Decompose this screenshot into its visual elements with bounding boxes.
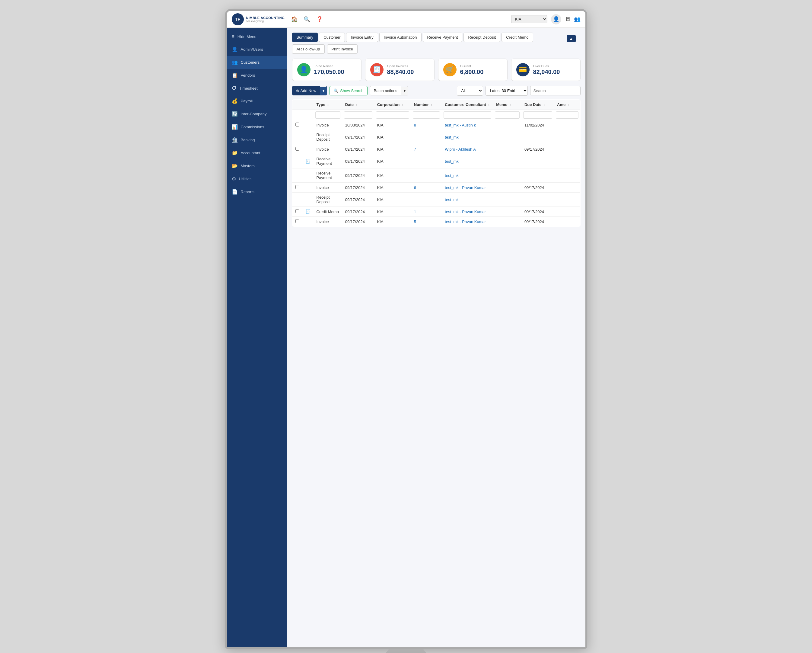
avatar[interactable]: 👤: [551, 14, 561, 24]
logo-text: NIMBLE ACCOUNTING see everything: [246, 16, 285, 23]
show-search-button[interactable]: 🔍 Show Search: [330, 86, 367, 95]
cell-number[interactable]: 6: [411, 183, 442, 193]
table-row[interactable]: Receipt Deposit09/17/2024KIAtest_mk: [292, 193, 580, 207]
col-due-date[interactable]: Due Date ↕: [521, 99, 554, 110]
home-button[interactable]: 🏠: [291, 16, 298, 23]
cell-number[interactable]: 7: [411, 144, 442, 154]
add-new-button[interactable]: ⊕ Add New ▾: [292, 86, 327, 95]
col-amount[interactable]: Ame ↕: [554, 99, 580, 110]
sidebar-item-commissions[interactable]: 📊 Commissions: [227, 121, 287, 133]
tab-ar-followup[interactable]: AR Follow-up: [292, 44, 325, 54]
sidebar-item-customers[interactable]: 👥 Customers: [227, 56, 287, 69]
cell-customer[interactable]: test_mk: [442, 130, 493, 144]
cell-customer[interactable]: Wipro - Akhlesh A: [442, 144, 493, 154]
col-date[interactable]: Date ↕: [342, 99, 374, 110]
filter-type[interactable]: [315, 112, 340, 119]
cell-customer[interactable]: test_mk: [442, 168, 493, 183]
sidebar-item-payroll[interactable]: 💰 Payroll: [227, 95, 287, 107]
cell-date: 10/03/2024: [342, 120, 374, 130]
tab-customer[interactable]: Customer: [319, 33, 345, 42]
table-row[interactable]: Receive Payment09/17/2024KIAtest_mk: [292, 168, 580, 183]
tab-receive-payment[interactable]: Receive Payment: [423, 33, 462, 42]
col-corporation[interactable]: Corporation ↕: [374, 99, 411, 110]
table-row[interactable]: Invoice10/03/2024KIA8test_mk - Austin k1…: [292, 120, 580, 130]
sidebar-label-banking: Banking: [241, 138, 255, 142]
table-row[interactable]: Invoice09/17/2024KIA5test_mk - Pavan Kum…: [292, 217, 580, 227]
sidebar-item-inter-company[interactable]: 🔄 Inter-Company: [227, 107, 287, 121]
sidebar-item-reports[interactable]: 📄 Reports: [227, 185, 287, 198]
batch-actions-button[interactable]: Batch actions ▾: [370, 86, 408, 95]
sidebar-item-vendors[interactable]: 📋 Vendors: [227, 69, 287, 82]
help-button[interactable]: ❓: [316, 16, 323, 23]
card-info-to-be-raised: To be Raised 170,050.00: [314, 64, 344, 75]
collapse-button[interactable]: ▲: [567, 35, 576, 42]
company-select[interactable]: KIA Company B: [511, 15, 547, 23]
filter-customer[interactable]: [444, 112, 491, 119]
tab-credit-memo[interactable]: Credit Memo: [502, 33, 533, 42]
table-row[interactable]: Invoice09/17/2024KIA6test_mk - Pavan Kum…: [292, 183, 580, 193]
cell-number: [411, 193, 442, 207]
row-checkbox[interactable]: [295, 185, 299, 189]
cell-customer[interactable]: test_mk - Pavan Kumar: [442, 183, 493, 193]
monitor-icon[interactable]: 🖥: [565, 16, 570, 22]
row-checkbox[interactable]: [295, 147, 299, 151]
col-customer-consultant[interactable]: Customer: Consultant ↕: [442, 99, 493, 110]
cell-number[interactable]: 5: [411, 217, 442, 227]
col-number[interactable]: Number ↕: [411, 99, 442, 110]
nav-right: ⛶ KIA Company B 👤 🖥 👥: [503, 14, 580, 24]
cell-memo: [493, 183, 521, 193]
users-icon[interactable]: 👥: [574, 16, 580, 23]
cell-customer[interactable]: test_mk - Pavan Kumar: [442, 207, 493, 217]
tab-invoice-automation[interactable]: Invoice Automation: [379, 33, 421, 42]
entries-select[interactable]: Latest 30 Entri Latest 50 Entries All En…: [485, 86, 528, 96]
search-button[interactable]: 🔍: [304, 16, 310, 23]
cell-number[interactable]: 8: [411, 120, 442, 130]
cell-corporation: KIA: [374, 168, 411, 183]
cell-customer[interactable]: test_mk: [442, 154, 493, 168]
filter-memo[interactable]: [495, 112, 520, 119]
tab-receipt-deposit[interactable]: Receipt Deposit: [464, 33, 500, 42]
sidebar-item-accountant[interactable]: 📁 Accountant: [227, 147, 287, 159]
table-row[interactable]: 🧾Receive Payment09/17/2024KIAtest_mk: [292, 154, 580, 168]
cell-number[interactable]: 1: [411, 207, 442, 217]
expand-button[interactable]: ⛶: [503, 17, 508, 22]
table-row[interactable]: Receipt Deposit09/17/2024KIAtest_mk: [292, 130, 580, 144]
filter-due-date[interactable]: [523, 112, 552, 119]
table-row[interactable]: 🧾Credit Memo09/17/2024KIA1test_mk - Pava…: [292, 207, 580, 217]
sidebar-item-utilities[interactable]: ⚙ Utilities: [227, 172, 287, 185]
filter-number[interactable]: [413, 112, 440, 119]
card-info-open-invoices: Open Invoices 88,840.00: [387, 64, 414, 75]
row-checkbox[interactable]: [295, 122, 299, 127]
sidebar-item-timesheet[interactable]: ⏱ Timesheet: [227, 82, 287, 95]
filter-date[interactable]: [344, 112, 372, 119]
sidebar-item-banking[interactable]: 🏦 Banking: [227, 133, 287, 147]
cell-customer[interactable]: test_mk: [442, 193, 493, 207]
col-memo[interactable]: Memo ↕: [493, 99, 521, 110]
filter-amount[interactable]: [556, 112, 578, 119]
card-value-open-invoices: 88,840.00: [387, 69, 414, 75]
sidebar-item-hide-menu[interactable]: ≡ Hide Menu: [227, 30, 287, 43]
tab-summary[interactable]: Summary: [292, 33, 318, 42]
sidebar-item-admin-users[interactable]: 👤 Admin/Users: [227, 43, 287, 56]
add-new-arrow-button[interactable]: ▾: [320, 87, 327, 95]
table-row[interactable]: Invoice09/17/2024KIA7Wipro - Akhlesh A09…: [292, 144, 580, 154]
cell-amount: [554, 193, 580, 207]
filter-corporation[interactable]: [376, 112, 409, 119]
tab-invoice-entry[interactable]: Invoice Entry: [346, 33, 378, 42]
cell-date: 09/17/2024: [342, 217, 374, 227]
col-type[interactable]: Type ↕: [313, 99, 342, 110]
sidebar-item-masters[interactable]: 📂 Masters: [227, 159, 287, 172]
cell-type: Receive Payment: [313, 168, 342, 183]
filter-select[interactable]: All Invoice Receipt: [457, 86, 483, 96]
row-checkbox[interactable]: [295, 209, 299, 213]
cell-customer[interactable]: test_mk - Pavan Kumar: [442, 217, 493, 227]
tab-print-invoice[interactable]: Print Invoice: [327, 44, 358, 54]
add-new-main-button[interactable]: ⊕ Add New: [292, 86, 320, 95]
cell-date: 09/17/2024: [342, 144, 374, 154]
row-checkbox[interactable]: [295, 219, 299, 223]
search-input[interactable]: [530, 86, 580, 95]
cell-customer[interactable]: test_mk - Austin k: [442, 120, 493, 130]
batch-main-button[interactable]: Batch actions: [370, 86, 401, 95]
batch-arrow-button[interactable]: ▾: [401, 87, 408, 95]
cell-due-date: 09/17/2024: [521, 217, 554, 227]
